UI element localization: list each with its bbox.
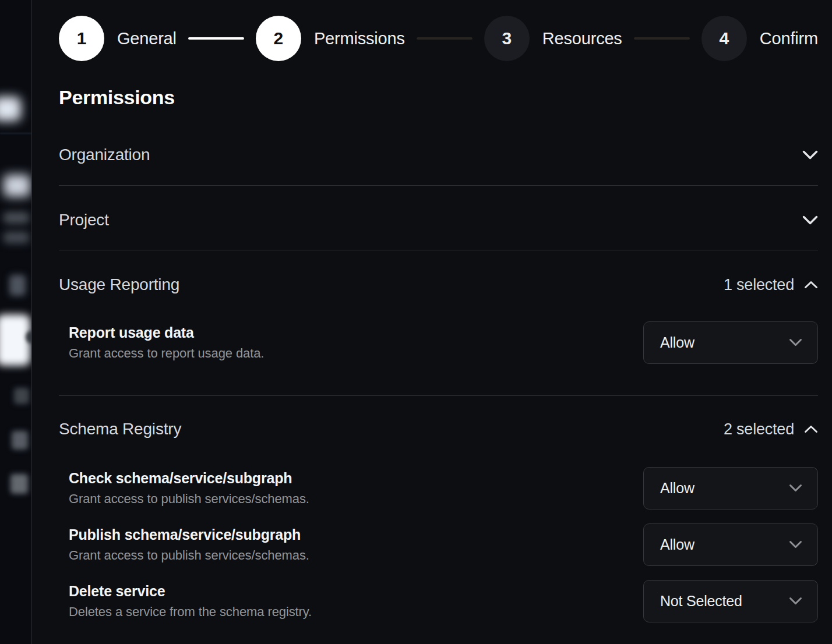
chevron-up-icon[interactable] — [804, 281, 818, 289]
section-usage-reporting-header[interactable]: Usage Reporting 1 selected — [59, 250, 818, 294]
select-value: Allow — [660, 480, 694, 497]
step-confirm[interactable]: 4 Confirm — [701, 16, 818, 61]
permission-item-report-usage-data: Report usage data Grant access to report… — [59, 321, 818, 364]
step-4-label: Confirm — [760, 29, 818, 48]
permission-item-check-schema: Check schema/service/subgraph Grant acce… — [59, 466, 818, 509]
step-3-circle[interactable]: 3 — [484, 16, 530, 61]
selected-count-badge: 2 selected — [724, 420, 794, 438]
chevron-down-icon — [789, 484, 802, 492]
permission-select-check-schema[interactable]: Allow — [643, 467, 818, 509]
blurred-text-artifact — [3, 232, 29, 243]
step-3-label: Resources — [542, 29, 622, 48]
step-resources[interactable]: 3 Resources — [484, 16, 622, 61]
step-connector-complete — [188, 37, 244, 40]
blurred-text-artifact — [3, 212, 29, 224]
step-1-circle[interactable]: 1 — [59, 16, 104, 61]
permission-description: Deletes a service from the schema regist… — [69, 604, 312, 620]
permissions-wizard-panel: 1 General 2 Permissions 3 Resources 4 Co… — [31, 0, 832, 644]
step-4-circle[interactable]: 4 — [701, 16, 747, 61]
step-1-label: General — [117, 29, 177, 48]
permission-title: Report usage data — [69, 324, 264, 341]
step-general[interactable]: 1 General — [59, 16, 177, 61]
section-project: Project — [59, 186, 818, 250]
section-project-header[interactable]: Project — [59, 186, 818, 250]
blurred-text-artifact — [14, 388, 29, 404]
permission-description: Grant access to publish services/schemas… — [69, 491, 309, 507]
chevron-down-icon[interactable] — [802, 215, 818, 225]
permission-title: Check schema/service/subgraph — [69, 469, 309, 487]
permission-item-delete-service: Delete service Deletes a service from th… — [59, 579, 818, 622]
select-value: Allow — [660, 536, 694, 553]
step-connector-upcoming — [417, 37, 473, 40]
section-items: Check schema/service/subgraph Grant acce… — [59, 466, 818, 639]
section-schema-registry-header[interactable]: Schema Registry 2 selected — [59, 396, 818, 438]
chevron-down-icon — [789, 597, 802, 605]
permission-title: Publish schema/service/subgraph — [69, 526, 309, 543]
step-connector-upcoming — [634, 37, 690, 40]
permission-select-delete-service[interactable]: Not Selected — [643, 580, 818, 622]
select-value: Allow — [660, 334, 694, 351]
section-organization-header[interactable]: Organization — [59, 108, 818, 185]
section-usage-reporting: Usage Reporting 1 selected Report usage … — [59, 250, 818, 396]
section-title: Organization — [59, 146, 150, 164]
blurred-icon-artifact — [9, 275, 26, 296]
section-schema-registry: Schema Registry 2 selected Check schema/… — [59, 396, 818, 639]
step-permissions[interactable]: 2 Permissions — [256, 16, 405, 61]
blurred-heading-artifact — [3, 175, 30, 197]
section-title: Project — [59, 211, 109, 229]
blurred-text-artifact — [12, 431, 28, 450]
permission-select-publish-schema[interactable]: Allow — [643, 523, 818, 566]
blurred-divider-artifact — [0, 133, 31, 134]
section-title: Usage Reporting — [59, 275, 179, 294]
permission-select-report-usage-data[interactable]: Allow — [643, 321, 818, 364]
section-organization: Organization — [59, 108, 818, 186]
permission-title: Delete service — [69, 582, 312, 600]
chevron-up-icon[interactable] — [804, 425, 818, 433]
blurred-background-sidebar — [0, 0, 31, 644]
permission-item-publish-schema: Publish schema/service/subgraph Grant ac… — [59, 523, 818, 566]
chevron-down-icon — [789, 540, 802, 549]
app-root: 1 General 2 Permissions 3 Resources 4 Co… — [0, 0, 832, 644]
chevron-down-icon[interactable] — [802, 150, 818, 160]
permission-description: Grant access to publish services/schemas… — [69, 548, 309, 563]
section-items: Report usage data Grant access to report… — [59, 321, 818, 395]
step-2-circle[interactable]: 2 — [256, 16, 301, 61]
chevron-down-icon — [789, 338, 802, 346]
select-value: Not Selected — [660, 593, 742, 610]
step-2-label: Permissions — [314, 29, 405, 48]
blurred-logo-artifact — [0, 97, 21, 121]
section-title: Schema Registry — [59, 420, 181, 438]
selected-count-badge: 1 selected — [724, 276, 794, 294]
page-title: Permissions — [59, 86, 818, 108]
permission-description: Grant access to report usage data. — [69, 346, 264, 361]
wizard-stepper: 1 General 2 Permissions 3 Resources 4 Co… — [59, 16, 818, 61]
blurred-text-artifact — [10, 474, 28, 494]
